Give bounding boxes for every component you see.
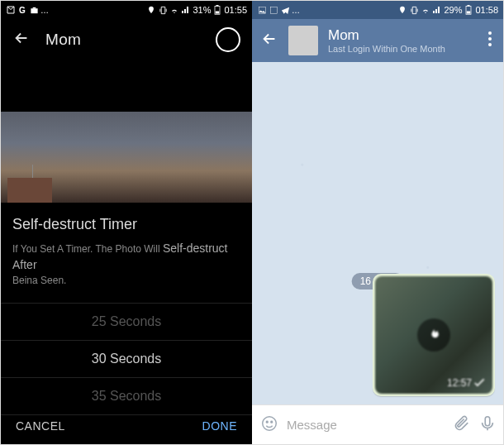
svg-point-9: [488, 31, 492, 35]
svg-rect-2: [216, 5, 219, 7]
svg-rect-7: [468, 5, 470, 7]
timer-actions: CANCEL DONE: [1, 408, 252, 444]
svg-rect-0: [31, 8, 37, 13]
svg-rect-3: [216, 12, 220, 14]
svg-point-12: [263, 416, 277, 430]
battery-percent: 29%: [444, 5, 462, 15]
antenna-shape: [32, 165, 33, 178]
timer-desc-suffix: Beina Seen.: [12, 275, 66, 286]
svg-point-11: [488, 43, 492, 46]
avatar[interactable]: [288, 26, 318, 55]
read-check-icon: [474, 379, 486, 387]
svg-rect-5: [270, 7, 277, 13]
chat-body[interactable]: 16 June 12:57: [252, 62, 503, 404]
svg-rect-15: [485, 416, 490, 425]
clock-time: 01:55: [224, 5, 247, 15]
outgoing-photo-message[interactable]: 12:57: [373, 274, 495, 396]
mail-icon: [6, 5, 16, 15]
phone-right-chat-view: … 29% 01:58 Mom Last Login Within One Mo…: [252, 1, 503, 444]
location-icon: [146, 5, 156, 15]
wifi-icon: [421, 5, 430, 15]
status-bar: … 29% 01:58: [252, 1, 503, 19]
svg-point-14: [271, 421, 273, 423]
phone-left-timer-view: G … 31% 01:55 Mom: [1, 1, 252, 444]
house-shape: [7, 178, 52, 203]
chat-last-seen: Last Login Within One Month: [328, 44, 475, 54]
back-arrow-icon[interactable]: [260, 30, 278, 51]
picker-option-1[interactable]: 30 Seconds: [1, 340, 252, 377]
attach-icon[interactable]: [452, 414, 470, 436]
signal-icon: [181, 5, 191, 15]
battery-icon: [464, 5, 473, 15]
svg-rect-8: [467, 12, 471, 14]
location-icon: [397, 5, 407, 15]
vibrate-icon: [409, 5, 419, 15]
recipient-name: Mom: [45, 31, 81, 49]
svg-point-13: [266, 421, 268, 423]
message-timestamp: 12:57: [447, 377, 486, 389]
message-input[interactable]: [287, 418, 444, 432]
status-left-icons: G …: [6, 5, 49, 15]
telegram-icon: [280, 5, 290, 15]
status-right-icons: 31% 01:55: [146, 5, 247, 15]
timer-header: Mom: [1, 19, 252, 60]
more-notifications: …: [40, 6, 49, 15]
signal-icon: [432, 5, 442, 15]
timer-title: Self-destruct Timer: [1, 216, 252, 240]
picture-icon: [257, 5, 267, 15]
mic-icon[interactable]: [478, 414, 497, 436]
svg-point-10: [488, 37, 492, 41]
battery-percent: 31%: [193, 5, 211, 15]
timer-desc-prefix: If You Set A Timer. The Photo Will: [12, 243, 160, 255]
battery-icon: [212, 5, 222, 15]
more-notifications: …: [292, 6, 300, 15]
briefcase-icon: [29, 5, 39, 15]
send-circle-icon[interactable]: [216, 27, 240, 52]
cancel-button[interactable]: CANCEL: [16, 419, 65, 433]
wifi-icon: [169, 5, 179, 15]
self-destruct-photo-thumb: 12:57: [375, 276, 492, 394]
status-right-icons: 29% 01:58: [397, 5, 498, 15]
clock-time: 01:58: [475, 5, 498, 15]
picker-option-0[interactable]: 25 Seconds: [1, 303, 252, 340]
picture-icon-2: [269, 5, 278, 15]
status-bar: G … 31% 01:55: [1, 1, 252, 19]
google-icon: G: [17, 5, 27, 15]
chat-title-area[interactable]: Mom Last Login Within One Month: [328, 27, 475, 54]
timer-description: If You Set A Timer. The Photo Will Self-…: [1, 240, 252, 303]
timer-panel: Self-destruct Timer If You Set A Timer. …: [1, 203, 252, 415]
emoji-icon[interactable]: [260, 414, 278, 436]
chat-header: Mom Last Login Within One Month: [252, 19, 503, 62]
more-menu-icon[interactable]: [485, 28, 495, 53]
photo-preview: [1, 112, 252, 203]
back-arrow-icon[interactable]: [12, 29, 31, 50]
flame-icon: [417, 318, 450, 352]
done-button[interactable]: DONE: [202, 419, 237, 433]
chat-input-bar: [252, 404, 503, 444]
vibrate-icon: [158, 5, 168, 15]
time-text: 12:57: [447, 377, 472, 389]
status-left-icons: …: [257, 5, 300, 15]
chat-name: Mom: [328, 27, 475, 44]
